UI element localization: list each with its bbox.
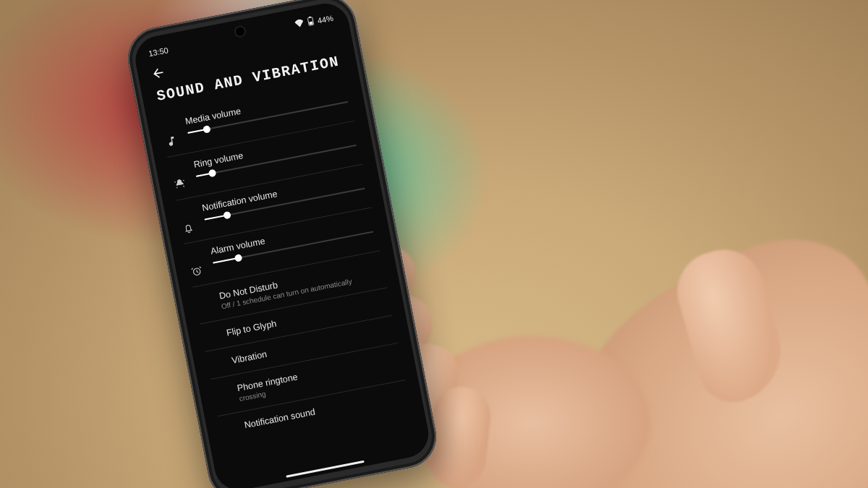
photo-background: 13:50 44% S	[0, 0, 868, 488]
battery-icon	[307, 16, 315, 27]
ringer-icon	[169, 162, 188, 192]
settings-list: Media volume Ring volume	[145, 72, 423, 446]
bell-icon	[177, 205, 197, 235]
alarm-icon	[186, 249, 205, 278]
music-note-icon	[161, 119, 180, 148]
phone-screen: 13:50 44% S	[132, 0, 433, 488]
smartphone: 13:50 44% S	[122, 0, 441, 488]
battery-percentage: 44%	[317, 13, 334, 25]
home-indicator[interactable]	[286, 461, 365, 478]
back-button[interactable]	[150, 65, 166, 82]
status-time: 13:50	[148, 46, 169, 58]
wifi-icon	[294, 19, 305, 30]
svg-rect-2	[309, 22, 313, 25]
